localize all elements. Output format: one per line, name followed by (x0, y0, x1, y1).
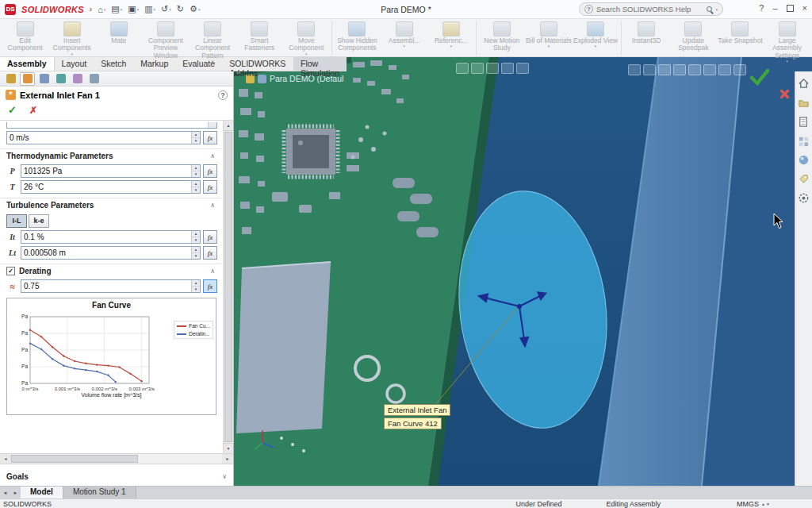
view-settings-icon[interactable] (703, 64, 716, 75)
tab-layout[interactable]: Layout (55, 57, 94, 71)
cancel-button[interactable]: ✗ (29, 105, 37, 116)
intensity-dependency-button[interactable]: fx (203, 230, 217, 244)
tab-scroll-left-icon[interactable]: ◄ (0, 487, 10, 498)
scroll-down-icon[interactable]: ▼ (224, 443, 233, 453)
ribbon-button-mate[interactable]: Mate (95, 21, 142, 48)
camera-icon[interactable] (733, 64, 746, 75)
simulation-display-icon[interactable] (718, 64, 731, 75)
solidworks-resources-icon[interactable] (798, 78, 810, 90)
ribbon-button-smart-fasteners[interactable]: Smart Fasteners (236, 21, 283, 56)
scroll-up-icon[interactable]: ▲ (224, 121, 233, 131)
view-orientation-icon[interactable] (628, 64, 641, 75)
temperature-input[interactable] (21, 181, 191, 193)
chevron-up-icon[interactable]: ∧ (210, 267, 215, 275)
ribbon-button-show-hidden-components[interactable]: Show Hidden Components (334, 21, 381, 56)
intensity-input[interactable] (21, 231, 191, 243)
simulation-tab[interactable] (86, 72, 102, 86)
forum-icon[interactable] (798, 192, 810, 204)
panel-horizontal-scrollbar[interactable]: ◄ ► (0, 453, 233, 464)
tab-scroll-right-icon[interactable]: ► (10, 487, 21, 498)
callout-title[interactable]: External Inlet Fan (384, 404, 450, 416)
turbulence-ke-button[interactable]: k-e (29, 214, 49, 228)
file-explorer-icon[interactable] (798, 116, 810, 128)
maximize-button[interactable] (787, 5, 794, 12)
menu-expand-icon[interactable]: › (90, 5, 92, 13)
search-input[interactable] (596, 5, 703, 13)
ribbon-button-linear-component-pattern[interactable]: Linear Component Pattern▾ (190, 21, 236, 64)
zoom-fit-icon[interactable] (456, 63, 469, 74)
pcb-chip[interactable] (284, 126, 338, 177)
ribbon-button-assembly-features[interactable]: Assembl...▾ (381, 21, 427, 48)
callout-value[interactable]: Fan Curve 412 (384, 418, 442, 429)
temperature-dependency-button[interactable]: fx (203, 180, 217, 194)
confirmation-ok-button[interactable] (749, 68, 770, 89)
length-dependency-button[interactable]: fx (203, 246, 217, 260)
tab-motion-study-1[interactable]: Motion Study 1 (63, 487, 136, 498)
ribbon-button-edit-component[interactable]: Edit Component (2, 21, 48, 56)
derating-stepper[interactable]: ▲▼ (191, 280, 200, 292)
zoom-area-icon[interactable] (471, 63, 484, 74)
derating-dependency-button[interactable]: fx (203, 279, 217, 293)
dynamic-annotation-icon[interactable] (516, 63, 529, 74)
search-icon[interactable] (707, 6, 712, 12)
close-button[interactable]: × (802, 3, 807, 13)
clipped-combobox[interactable] (6, 122, 217, 129)
fan-callout[interactable]: External Inlet Fan Fan Curve 412 (384, 404, 450, 429)
chevron-up-icon[interactable]: ∧ (210, 152, 215, 160)
velocity-stepper[interactable]: ▲▼ (191, 132, 200, 144)
temperature-stepper[interactable]: ▲▼ (191, 181, 200, 193)
rebuild-button[interactable]: ↻ (177, 4, 184, 14)
graphics-viewport[interactable]: « Para DEMO (Defaul (234, 57, 812, 486)
vertical-scroll-thumb[interactable] (224, 132, 232, 442)
scroll-left-icon[interactable]: ◄ (0, 454, 11, 464)
velocity-dependency-button[interactable]: fx (203, 131, 217, 144)
print-button[interactable]: ▥▾ (144, 4, 155, 14)
ribbon-button-insert-components[interactable]: Insert Components▾ (48, 21, 95, 56)
chevron-up-icon[interactable]: ∧ (210, 202, 215, 209)
featuremanager-tab[interactable] (3, 72, 18, 86)
tab-assembly[interactable]: Assembly (0, 57, 55, 71)
custom-properties-icon[interactable] (798, 173, 810, 185)
home-button[interactable]: ⌂▾ (98, 5, 105, 14)
turbulence-il-button[interactable]: I-L (6, 214, 27, 228)
derating-input[interactable] (21, 280, 191, 292)
ribbon-button-instant3d[interactable]: Instant3D (623, 21, 670, 48)
section-goals[interactable]: Goals ∨ (0, 468, 233, 486)
confirmation-cancel-button[interactable] (779, 88, 791, 103)
configurationmanager-tab[interactable] (36, 72, 52, 86)
ribbon-button-move-component[interactable]: Move Component▾ (283, 21, 330, 56)
combobox-spinner[interactable] (208, 122, 216, 128)
chevron-down-icon[interactable]: ∨ (222, 473, 227, 480)
ribbon-button-exploded-view[interactable]: Exploded View▾ (573, 21, 619, 48)
ribbon-button-large-assembly-settings[interactable]: Large Assembly Settings▾ (764, 21, 810, 64)
hide-show-items-icon[interactable] (658, 64, 671, 75)
open-button[interactable]: ▤▾ (111, 4, 122, 14)
tab-sketch[interactable]: Sketch (94, 57, 133, 71)
help-button[interactable]: ? (759, 3, 764, 13)
ok-button[interactable]: ✓ (8, 104, 17, 116)
pressure-stepper[interactable]: ▲▼ (191, 165, 200, 177)
scroll-right-icon[interactable]: ► (222, 454, 233, 464)
ribbon-button-component-preview-window[interactable]: Component Preview Window (142, 21, 189, 64)
edit-appearance-icon[interactable] (673, 64, 686, 75)
display-style-icon[interactable] (643, 64, 656, 75)
pressure-input[interactable] (21, 165, 191, 177)
dimxpertmanager-tab[interactable] (53, 72, 68, 86)
ribbon-button-bill-of-materials[interactable]: Bill of Materials▾ (525, 21, 572, 48)
length-stepper[interactable]: ▲▼ (191, 247, 200, 259)
design-library-icon[interactable] (798, 97, 810, 109)
displaymanager-tab[interactable] (70, 72, 85, 86)
ribbon-button-update-speedpak[interactable]: Update Speedpak (670, 21, 717, 56)
units-dropdown-icon[interactable]: ▲▼ (761, 502, 771, 506)
derating-checkbox[interactable]: ✓ (6, 267, 15, 275)
horizontal-scroll-thumb[interactable] (11, 455, 138, 463)
propertymanager-tab[interactable] (20, 72, 35, 86)
section-turbulence[interactable]: Turbulence Parameters ∧ (0, 198, 221, 211)
intensity-stepper[interactable]: ▲▼ (191, 231, 200, 243)
section-thermodynamic[interactable]: Thermodynamic Parameters ∧ (0, 148, 221, 162)
velocity-input[interactable] (7, 132, 191, 144)
search-box[interactable]: ? ▾ (579, 2, 723, 16)
search-dropdown-icon[interactable]: ▾ (715, 7, 718, 12)
apply-scene-icon[interactable] (688, 64, 701, 75)
ribbon-button-reference-geometry[interactable]: Referenc...▾ (427, 21, 474, 48)
